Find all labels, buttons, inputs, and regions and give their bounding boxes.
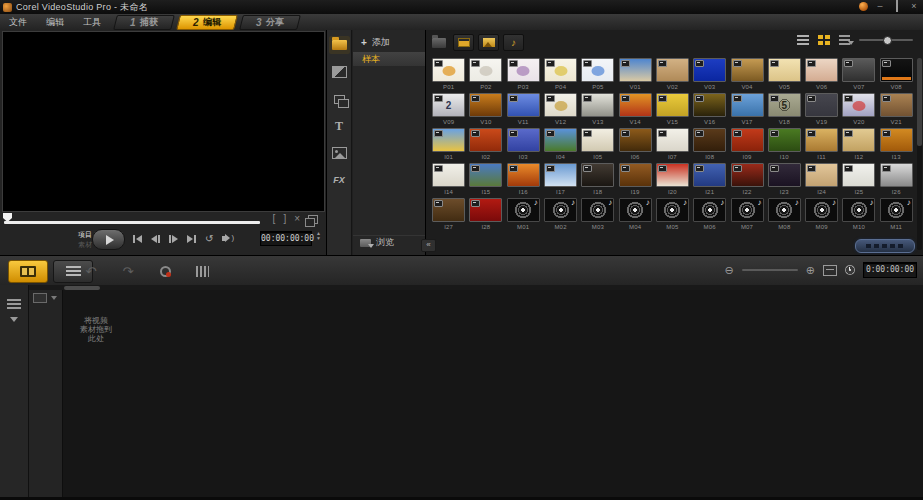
gallery-item[interactable]: ♪M04 [616,196,653,231]
gallery-item[interactable]: ♪M11 [878,196,915,231]
gallery-item[interactable]: I16 [505,161,542,196]
gallery-item[interactable]: V15 [654,91,691,126]
gallery-item[interactable]: P05 [579,56,616,91]
next-frame-button[interactable] [169,234,178,243]
storyboard-view-button[interactable] [8,260,48,283]
add-folder-button[interactable]: + 添加 [353,35,425,49]
close-button[interactable]: × [909,1,919,12]
gallery-item[interactable]: I25 [840,161,877,196]
gallery-item[interactable]: V01 [616,56,653,91]
gallery-item[interactable]: I03 [505,126,542,161]
title-category-button[interactable]: T [329,117,350,135]
browse-button[interactable]: 浏览 [353,235,425,249]
cut-clip-button[interactable]: × [294,214,300,224]
timeline-zoom-slider[interactable] [742,269,798,271]
slider-knob[interactable] [883,36,892,45]
play-button[interactable] [92,229,125,250]
gallery-item[interactable]: V21 [878,91,915,126]
zoom-in-button[interactable]: ⊕ [806,265,815,276]
gallery-item[interactable]: I14 [430,161,467,196]
gallery-item[interactable]: V07 [840,56,877,91]
thumbnail-size-slider[interactable] [859,39,913,41]
video-preview[interactable] [2,31,325,212]
gallery-item[interactable]: I22 [728,161,765,196]
gallery-item[interactable]: I11 [803,126,840,161]
gallery-item[interactable]: 2V09 [430,91,467,126]
gallery-item[interactable]: V19 [803,91,840,126]
gallery-scrollbar[interactable] [917,58,922,250]
gallery-item[interactable]: V13 [579,91,616,126]
gallery-item[interactable]: I13 [878,126,915,161]
gallery-item[interactable]: V03 [691,56,728,91]
list-view-button[interactable] [797,35,809,45]
gallery-item[interactable]: 5V18 [766,91,803,126]
snapshot-button[interactable] [308,215,318,224]
gallery-item[interactable]: ♪M08 [766,196,803,231]
fx-category-button[interactable]: FX [329,171,350,189]
gallery-item[interactable]: I20 [654,161,691,196]
gallery-item[interactable]: ♪M03 [579,196,616,231]
pip-category-button[interactable] [329,90,350,108]
menu-item[interactable]: 文件 [6,16,30,29]
step-tab[interactable]: 1捕获 [113,15,175,30]
track-manager-icon[interactable] [7,299,21,309]
record-capture-button[interactable] [154,262,176,280]
gallery-item[interactable]: V05 [766,56,803,91]
mark-in-button[interactable]: [ [273,214,276,224]
sound-mixer-button[interactable] [191,262,213,280]
scrollbar-thumb[interactable] [917,58,922,146]
gallery-item[interactable]: I12 [840,126,877,161]
gallery-item[interactable]: V14 [616,91,653,126]
gallery-item[interactable]: I18 [579,161,616,196]
fit-project-icon[interactable] [823,265,837,276]
gallery-item[interactable]: V04 [728,56,765,91]
video-track[interactable]: 将视频素材拖到此处 [63,290,923,497]
step-tab[interactable]: 2编辑 [176,15,238,30]
go-end-button[interactable] [187,234,196,243]
gallery-item[interactable]: ♪M07 [728,196,765,231]
menu-item[interactable]: 工具 [80,16,104,29]
gallery-item[interactable]: I23 [766,161,803,196]
gallery-item[interactable]: I07 [654,126,691,161]
gallery-item[interactable]: V08 [878,56,915,91]
category-item[interactable]: 样本 [353,52,425,66]
gallery-item[interactable]: V17 [728,91,765,126]
chevron-down-icon[interactable] [10,317,18,322]
grid-view-button[interactable] [818,35,830,45]
gallery-item[interactable]: ♪M02 [542,196,579,231]
transition-category-button[interactable] [329,63,350,81]
gallery-item[interactable]: V11 [505,91,542,126]
gallery-item[interactable]: I28 [467,196,504,231]
gallery-item[interactable]: I06 [616,126,653,161]
track-dropdown-icon[interactable] [51,296,57,300]
gallery-item[interactable]: P01 [430,56,467,91]
gallery-item[interactable]: ♪M06 [691,196,728,231]
video-track-icon[interactable] [33,293,47,303]
gallery-item[interactable]: I09 [728,126,765,161]
gallery-item[interactable]: V10 [467,91,504,126]
library-scroll-badge[interactable] [855,239,915,253]
undo-button[interactable]: ↶ [80,262,102,280]
step-tab[interactable]: 3分享 [239,15,301,30]
minimize-button[interactable]: – [875,1,885,12]
gallery-item[interactable]: V02 [654,56,691,91]
gallery-item[interactable]: I01 [430,126,467,161]
go-start-button[interactable] [133,234,142,243]
video-filter-button[interactable] [453,34,474,51]
sort-view-button[interactable] [839,35,850,45]
collapse-panel-button[interactable]: « [421,239,436,252]
timecode-stepper[interactable]: ▲▼ [316,231,321,241]
gallery-item[interactable]: P03 [505,56,542,91]
gallery-item[interactable]: ♪M01 [505,196,542,231]
scrubber-track[interactable] [4,221,260,224]
timeline-timecode[interactable]: 0:00:00:00 [863,262,917,278]
gallery-item[interactable]: V16 [691,91,728,126]
clip-mode-label[interactable]: 素材 [78,240,92,250]
gallery-item[interactable]: I27 [430,196,467,231]
graphic-category-button[interactable] [329,144,350,162]
gallery-item[interactable]: I26 [878,161,915,196]
gallery-item[interactable]: I08 [691,126,728,161]
mark-out-button[interactable]: ] [283,214,286,224]
menu-item[interactable]: 编辑 [43,16,67,29]
gallery-item[interactable]: V20 [840,91,877,126]
